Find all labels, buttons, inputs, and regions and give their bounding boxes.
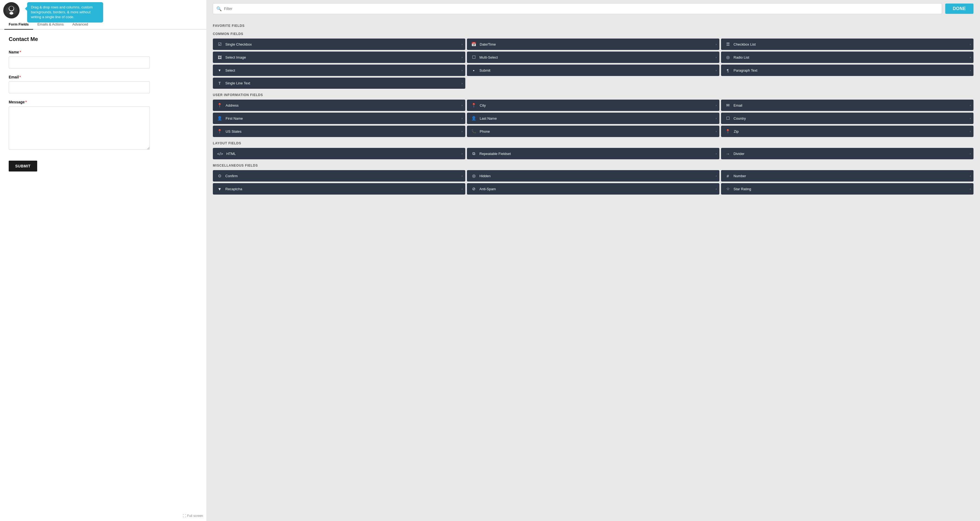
field-paragraph-text[interactable]: ¶ Paragraph Text › bbox=[721, 65, 974, 76]
arrow-icon: › bbox=[970, 69, 971, 72]
filter-wrapper: 🔍 bbox=[213, 3, 942, 14]
layout-fields-title: LAYOUT FIELDS bbox=[213, 141, 974, 145]
arrow-icon: › bbox=[716, 174, 717, 178]
arrow-icon: › bbox=[461, 152, 463, 155]
arrow-icon: › bbox=[716, 187, 717, 191]
field-single-line-text[interactable]: T Single Line Text › bbox=[213, 78, 465, 89]
submit-button[interactable]: SUBMIT bbox=[9, 160, 37, 172]
zip-icon: 📍 bbox=[725, 129, 730, 134]
field-submit[interactable]: ▪ Submit › bbox=[467, 65, 719, 76]
confirm-icon: ⊙ bbox=[217, 173, 222, 178]
field-anti-spam[interactable]: ⊘ Anti-Spam › bbox=[467, 183, 719, 195]
arrow-icon: › bbox=[716, 130, 717, 133]
divider-icon: → bbox=[725, 151, 730, 156]
message-textarea[interactable] bbox=[9, 106, 150, 150]
arrow-icon: › bbox=[970, 56, 971, 59]
field-address[interactable]: 📍 Address › bbox=[213, 100, 465, 111]
arrow-icon: › bbox=[461, 130, 463, 133]
select-icon: ▾ bbox=[217, 68, 222, 73]
field-country[interactable]: ☐ Country › bbox=[721, 113, 974, 124]
text-icon: T bbox=[217, 81, 222, 86]
arrow-icon: › bbox=[461, 104, 463, 107]
field-html[interactable]: </> HTML › bbox=[213, 148, 465, 159]
arrow-icon: › bbox=[716, 117, 717, 120]
person-icon: 👤 bbox=[217, 116, 222, 121]
user-info-fields-grid: 📍 Address › 📍 City › ✉ Email › 👤 First N… bbox=[213, 100, 974, 137]
filter-input[interactable] bbox=[224, 6, 939, 11]
field-repeatable-fieldset[interactable]: ⧉ Repeatable Fieldset › bbox=[467, 148, 719, 159]
field-hidden[interactable]: ◎ Hidden › bbox=[467, 170, 719, 181]
arrow-icon: › bbox=[461, 56, 463, 59]
form-area: Contact Me Name* Email* Message* SUBMIT bbox=[0, 30, 206, 521]
arrow-icon: › bbox=[970, 104, 971, 107]
email-icon: ✉ bbox=[725, 103, 730, 108]
logo bbox=[3, 2, 19, 19]
field-multi-select[interactable]: ☐ Multi-Select › bbox=[467, 52, 719, 63]
field-email[interactable]: ✉ Email › bbox=[721, 100, 974, 111]
list-icon: ☰ bbox=[725, 42, 730, 47]
field-number[interactable]: # Number › bbox=[721, 170, 974, 181]
arrow-icon: › bbox=[970, 174, 971, 178]
field-first-name[interactable]: 👤 First Name › bbox=[213, 113, 465, 124]
arrow-icon: › bbox=[716, 104, 717, 107]
arrow-icon: › bbox=[461, 69, 463, 72]
arrow-icon: › bbox=[716, 43, 717, 46]
tooltip-bubble: Drag & drop rows and columns, custom bac… bbox=[27, 2, 103, 22]
recaptcha-icon: ▼ bbox=[217, 187, 222, 191]
arrow-icon: › bbox=[461, 82, 463, 85]
fullscreen-icon: ⛶ bbox=[183, 514, 186, 518]
arrow-icon: › bbox=[970, 117, 971, 120]
common-fields-title: COMMON FIELDS bbox=[213, 32, 974, 36]
fullscreen-button[interactable]: ⛶ Full screen bbox=[183, 514, 203, 518]
svg-point-2 bbox=[9, 6, 14, 11]
image-icon: 🖼 bbox=[217, 55, 222, 60]
done-button[interactable]: DONE bbox=[945, 3, 974, 14]
field-us-states[interactable]: 📍 US States › bbox=[213, 125, 465, 137]
arrow-icon: › bbox=[461, 187, 463, 191]
states-icon: 📍 bbox=[217, 129, 222, 134]
name-field-group: Name* bbox=[9, 50, 197, 68]
email-input[interactable] bbox=[9, 81, 150, 93]
paragraph-icon: ¶ bbox=[725, 68, 730, 73]
submit-icon: ▪ bbox=[471, 68, 476, 73]
field-confirm[interactable]: ⊙ Confirm › bbox=[213, 170, 465, 181]
misc-fields-grid: ⊙ Confirm › ◎ Hidden › # Number › ▼ Reca… bbox=[213, 170, 974, 195]
field-city[interactable]: 📍 City › bbox=[467, 100, 719, 111]
arrow-icon: › bbox=[716, 56, 717, 59]
name-input[interactable] bbox=[9, 56, 150, 68]
calendar-icon: 📅 bbox=[471, 42, 476, 47]
html-icon: </> bbox=[217, 151, 223, 156]
phone-icon: 📞 bbox=[471, 129, 476, 134]
multiselect-icon: ☐ bbox=[471, 55, 476, 60]
message-label: Message* bbox=[9, 100, 197, 104]
right-panel: 🔍 DONE FAVORITE FIELDS COMMON FIELDS ☑ S… bbox=[206, 0, 980, 521]
field-date-time[interactable]: 📅 Date/Time › bbox=[467, 38, 719, 50]
left-panel: Drag & drop rows and columns, custom bac… bbox=[0, 0, 206, 521]
field-select[interactable]: ▾ Select › bbox=[213, 65, 465, 76]
svg-rect-3 bbox=[10, 12, 13, 15]
layout-fields-grid: </> HTML › ⧉ Repeatable Fieldset › → Div… bbox=[213, 148, 974, 159]
arrow-icon: › bbox=[716, 69, 717, 72]
radio-icon: ◎ bbox=[725, 55, 730, 60]
field-phone[interactable]: 📞 Phone › bbox=[467, 125, 719, 137]
fieldset-icon: ⧉ bbox=[471, 151, 476, 156]
email-label: Email* bbox=[9, 75, 197, 79]
message-required: * bbox=[25, 100, 27, 104]
checkbox-icon: ☑ bbox=[217, 42, 222, 47]
field-divider[interactable]: → Divider › bbox=[721, 148, 974, 159]
field-select-image[interactable]: 🖼 Select Image › bbox=[213, 52, 465, 63]
right-header: 🔍 DONE bbox=[206, 0, 980, 17]
arrow-icon: › bbox=[716, 152, 717, 155]
field-last-name[interactable]: 👤 Last Name › bbox=[467, 113, 719, 124]
pin-icon: 📍 bbox=[217, 103, 222, 108]
field-radio-list[interactable]: ◎ Radio List › bbox=[721, 52, 974, 63]
field-single-checkbox[interactable]: ☑ Single Checkbox › bbox=[213, 38, 465, 50]
logo-area bbox=[3, 2, 25, 19]
field-recaptcha[interactable]: ▼ Recaptcha › bbox=[213, 183, 465, 195]
field-checkbox-list[interactable]: ☰ Checkbox List › bbox=[721, 38, 974, 50]
email-field-group: Email* bbox=[9, 75, 197, 93]
field-zip[interactable]: 📍 Zip › bbox=[721, 125, 974, 137]
form-title: Contact Me bbox=[9, 36, 197, 42]
field-star-rating[interactable]: ☆ Star Rating › bbox=[721, 183, 974, 195]
hidden-icon: ◎ bbox=[471, 173, 476, 178]
